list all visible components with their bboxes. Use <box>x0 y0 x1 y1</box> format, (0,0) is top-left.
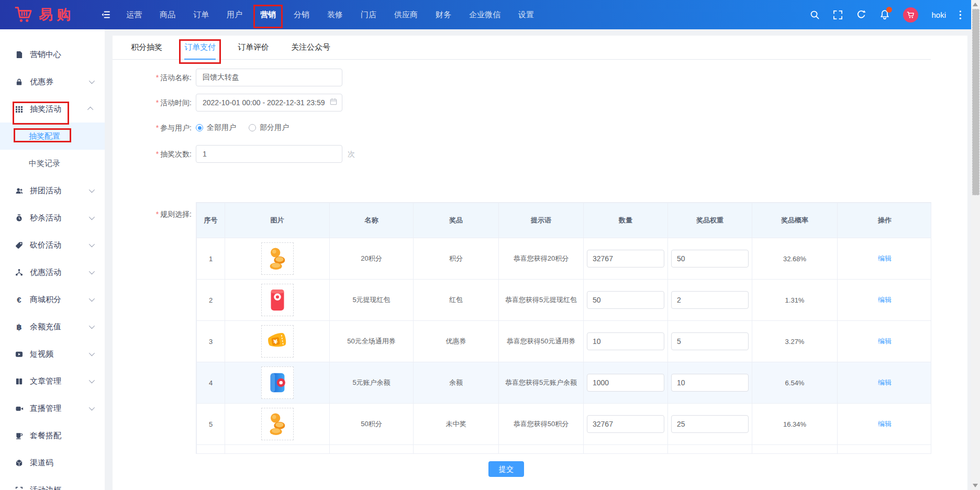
refresh-icon[interactable] <box>856 9 866 20</box>
content-card: 积分抽奖 订单支付 订单评价 关注公众号 *活动名称: *活动时间: <box>113 36 967 490</box>
tab-points-lottery[interactable]: 积分抽奖 <box>131 42 162 59</box>
nav-item-distribution[interactable]: 分销 <box>285 0 318 29</box>
avatar[interactable] <box>903 7 918 23</box>
sidebar-item-articles[interactable]: 文章管理 <box>0 368 105 395</box>
sidebar-item-balance-recharge[interactable]: ฿ 余额充值 <box>0 313 105 340</box>
activity-name-input[interactable] <box>196 69 342 86</box>
edit-link[interactable]: 编辑 <box>878 378 892 386</box>
sidebar-item-winning-records[interactable]: 中奖记录 <box>0 150 105 177</box>
prize-image-wallet <box>261 366 294 399</box>
app-logo[interactable]: 易购 <box>0 5 93 24</box>
video-play-icon <box>15 350 24 358</box>
quantity-input[interactable] <box>587 291 664 309</box>
draw-count-input[interactable] <box>196 145 342 163</box>
nav-item-decoration[interactable]: 装修 <box>318 0 352 29</box>
chevron-down-icon <box>89 214 95 220</box>
nav-item-operations[interactable]: 运营 <box>117 0 151 29</box>
weight-input[interactable] <box>671 250 749 268</box>
prize-probability: 16.34% <box>752 404 838 445</box>
col-actions: 操作 <box>838 203 932 238</box>
book-icon <box>15 377 24 385</box>
radio-partial-users[interactable]: 部分用户 <box>249 123 289 132</box>
nav-item-finance[interactable]: 财务 <box>427 0 460 29</box>
nav-item-users[interactable]: 用户 <box>218 0 251 29</box>
prize-probability: 32.68% <box>752 238 838 280</box>
sidebar-item-lottery[interactable]: 抽奖活动 <box>0 95 105 122</box>
weight-input[interactable] <box>671 374 749 392</box>
sidebar-item-channel-code[interactable]: 渠道码 <box>0 449 105 476</box>
submit-row: 提交 <box>113 461 967 477</box>
nav-item-suppliers[interactable]: 供应商 <box>385 0 427 29</box>
edit-link[interactable]: 编辑 <box>878 254 892 262</box>
kebab-menu-icon[interactable] <box>959 10 962 20</box>
sidebar-item-lottery-config[interactable]: 抽奖配置 <box>0 122 105 150</box>
navbar-actions: hoki <box>810 7 971 23</box>
weight-input[interactable] <box>671 415 749 433</box>
tab-order-review[interactable]: 订单评价 <box>238 42 269 59</box>
sidebar-item-group-buy[interactable]: 拼团活动 <box>0 177 105 204</box>
rules-label: *规则选择: <box>113 202 192 219</box>
edit-link[interactable]: 编辑 <box>878 420 892 428</box>
bell-icon[interactable] <box>879 9 890 20</box>
chevron-down-icon <box>89 187 95 193</box>
sidebar: 营销中心 优惠券 抽奖活动 抽奖配置 中奖记录 拼团活 <box>0 29 105 490</box>
quantity-input[interactable] <box>587 415 664 433</box>
participants-label: *参与用户: <box>113 119 192 137</box>
sidebar-item-package-combo[interactable]: 套餐搭配 <box>0 422 105 449</box>
sidebar-item-marketing-center[interactable]: 营销中心 <box>0 41 105 68</box>
table-row: 4 5元账户余额 余额 恭喜您获得5元账户余额 6.54% 编辑 <box>197 362 932 404</box>
tab-order-payment[interactable]: 订单支付 <box>184 42 216 60</box>
prize-type: 余额 <box>414 362 499 404</box>
participants-row: *参与用户: 全部用户 部分用户 <box>113 119 967 137</box>
weight-input[interactable] <box>671 332 749 350</box>
euro-icon: € <box>15 296 24 304</box>
chevron-up-icon <box>87 107 93 113</box>
sidebar-item-bargain[interactable]: 砍价活动 <box>0 231 105 259</box>
tab-follow-official-account[interactable]: 关注公众号 <box>291 42 330 59</box>
sidebar-item-promotions[interactable]: 优惠活动 <box>0 259 105 286</box>
submit-button[interactable]: 提交 <box>488 461 524 477</box>
chevron-down-icon <box>89 323 95 329</box>
nav-item-orders[interactable]: 订单 <box>184 0 218 29</box>
nav-item-products[interactable]: 商品 <box>151 0 184 29</box>
prize-message: 恭喜您获得5元账户余额 <box>499 362 584 404</box>
activity-time-input[interactable] <box>196 94 342 112</box>
edit-link[interactable]: 编辑 <box>878 337 892 345</box>
chevron-down-icon <box>89 241 95 247</box>
scrollbar-thumb[interactable] <box>972 9 979 195</box>
nav-item-marketing[interactable]: 营销 <box>251 0 285 29</box>
menu-fold-icon[interactable] <box>101 9 111 20</box>
primary-nav: 运营 商品 订单 用户 营销 分销 装修 门店 供应商 财务 企业微信 设置 <box>117 0 543 29</box>
weight-input[interactable] <box>671 291 749 309</box>
col-message: 提示语 <box>499 203 584 238</box>
nav-item-settings[interactable]: 设置 <box>509 0 543 29</box>
quantity-input[interactable] <box>587 250 664 268</box>
prize-image-gold-coins <box>261 242 294 275</box>
prize-name: 50元全场通用券 <box>330 321 414 362</box>
lock-icon <box>15 78 24 86</box>
scroll-down-arrow-icon[interactable] <box>973 484 978 487</box>
scroll-up-arrow-icon[interactable] <box>973 3 978 6</box>
activity-time-label: *活动时间: <box>113 94 192 112</box>
sidebar-item-coupons[interactable]: 优惠券 <box>0 68 105 95</box>
radio-all-users[interactable]: 全部用户 <box>196 123 236 132</box>
quantity-input[interactable] <box>587 374 664 392</box>
chevron-down-icon <box>89 350 95 356</box>
search-icon[interactable] <box>810 10 820 20</box>
participants-radio-group: 全部用户 部分用户 <box>196 119 289 137</box>
window-scrollbar[interactable] <box>971 0 980 490</box>
quantity-input[interactable] <box>587 332 664 350</box>
nav-item-stores[interactable]: 门店 <box>352 0 385 29</box>
sidebar-item-mall-points[interactable]: € 商城积分 <box>0 286 105 313</box>
fullscreen-icon[interactable] <box>833 10 843 20</box>
brand-name: 易购 <box>39 5 74 24</box>
lottery-config-form: *活动名称: *活动时间: *参与用户: 全部用户 <box>113 69 967 477</box>
sidebar-item-flash-sale[interactable]: 秒杀活动 <box>0 204 105 231</box>
video-camera-icon <box>15 405 24 413</box>
sidebar-item-short-video[interactable]: 短视频 <box>0 340 105 368</box>
nav-item-wecom[interactable]: 企业微信 <box>460 0 509 29</box>
prize-probability: 6.54% <box>752 362 838 404</box>
edit-link[interactable]: 编辑 <box>878 296 892 304</box>
sidebar-item-live-streaming[interactable]: 直播管理 <box>0 395 105 422</box>
sidebar-item-activity-border[interactable]: 活动边框 <box>0 476 105 490</box>
